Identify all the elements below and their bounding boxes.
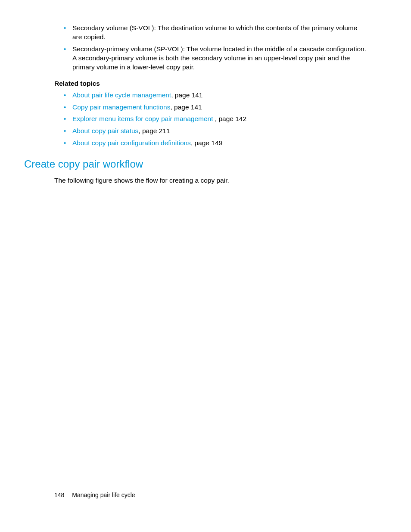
definition-list: Secondary volume (S-VOL): The destinatio… [64,24,368,72]
related-link[interactable]: About copy pair configuration definition… [72,139,191,146]
page-footer: 148Managing pair life cycle [54,492,135,498]
page-ref: , page 211 [138,127,170,134]
list-item: Copy pair management functions, page 141 [64,103,368,112]
page-ref: , page 141 [171,91,202,99]
page-number: 148 [54,492,64,498]
section-paragraph: The following figure shows the flow for … [54,176,368,185]
related-topics-list: About pair life cycle management, page 1… [64,91,368,148]
related-link[interactable]: Explorer menu items for copy pair manage… [72,115,215,122]
list-item: About pair life cycle management, page 1… [64,91,368,100]
related-link[interactable]: Copy pair management functions [72,103,170,111]
page-ref: , page 142 [215,115,246,122]
list-item: Explorer menu items for copy pair manage… [64,115,368,124]
related-link[interactable]: About pair life cycle management [72,91,171,99]
list-item: Secondary volume (S-VOL): The destinatio… [64,24,368,42]
list-item: About copy pair configuration definition… [64,139,368,148]
related-link[interactable]: About copy pair status [72,127,138,134]
page-ref: , page 141 [170,103,202,111]
section-heading: Create copy pair workflow [24,158,368,170]
list-item: About copy pair status, page 211 [64,127,368,136]
list-item: Secondary-primary volume (SP-VOL): The v… [64,45,368,72]
page-ref: , page 149 [191,139,222,146]
footer-title: Managing pair life cycle [72,492,135,498]
related-topics-heading: Related topics [54,80,368,87]
